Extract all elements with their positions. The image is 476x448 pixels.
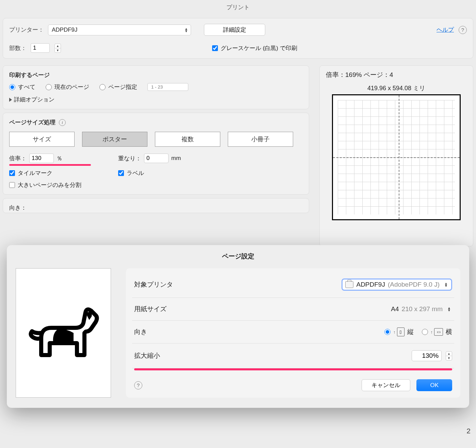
- dialog-help-icon[interactable]: ?: [134, 381, 142, 389]
- modal-scale-input[interactable]: [412, 350, 442, 361]
- orientation-label: 向き：: [9, 205, 27, 211]
- scale-unit: ％: [57, 155, 62, 162]
- paper-size-detail: 210 x 297 mm: [402, 305, 443, 313]
- ok-button[interactable]: OK: [416, 379, 452, 391]
- page-size-panel: ページサイズ処理 i サイズ ポスター 複数 小冊子 倍率： ％: [3, 113, 309, 195]
- preview-dimensions: 419.96 x 594.08 ミリ: [326, 84, 467, 92]
- modal-scale-label: 拡大縮小: [134, 351, 160, 360]
- info-icon[interactable]: i: [59, 119, 66, 126]
- tilemark-checkbox[interactable]: [9, 170, 15, 176]
- highlight-underline-2: [134, 368, 452, 370]
- range-current-option[interactable]: 現在のページ: [46, 83, 89, 91]
- scale-label: 倍率：: [9, 155, 27, 162]
- paper-size-select[interactable]: A4 210 x 297 mm ▲▼: [391, 305, 452, 313]
- grayscale-checkbox[interactable]: [212, 45, 218, 51]
- modal-scale-stepper[interactable]: ▲▼: [446, 351, 452, 361]
- help-icon[interactable]: ?: [459, 26, 467, 34]
- overlap-unit: mm: [171, 155, 181, 162]
- dialog-preview: [16, 268, 111, 398]
- more-options-toggle[interactable]: 詳細オプション: [9, 96, 303, 103]
- target-printer-detail: (AdobePDF 9.0 J): [388, 281, 440, 288]
- page-setup-dialog: ページ設定 対象プリンタ ADPDF9J (AdobePDF 9.0 J) ▲▼: [7, 245, 469, 408]
- orientation-panel: 向き：: [3, 198, 309, 213]
- printer-value: ADPDF9J: [52, 27, 78, 33]
- grayscale-checkbox-wrap[interactable]: グレースケール (白黒) で印刷: [212, 44, 297, 52]
- window-title: プリント: [0, 0, 476, 15]
- triangle-right-icon: [9, 98, 12, 102]
- tab-multiple[interactable]: 複数: [155, 132, 220, 147]
- dialog-fields: 対象プリンタ ADPDF9J (AdobePDF 9.0 J) ▲▼ 用紙サイズ…: [126, 268, 460, 398]
- orientation-label-modal: 向き: [134, 327, 147, 336]
- target-printer-select[interactable]: ADPDF9J (AdobePDF 9.0 J) ▲▼: [342, 278, 452, 291]
- target-printer-label: 対象プリンタ: [134, 280, 173, 289]
- grayscale-label: グレースケール (白黒) で印刷: [221, 44, 297, 52]
- portrait-icon: ↑▯: [393, 327, 404, 336]
- printer-icon: [345, 281, 353, 288]
- background-page-number: 2: [466, 427, 471, 435]
- chevron-updown-icon: ▲▼: [444, 282, 448, 287]
- preview-summary: 倍率：169% ページ：4: [326, 70, 467, 79]
- tab-poster[interactable]: ポスター: [82, 132, 147, 147]
- range-custom-radio[interactable]: [99, 84, 106, 90]
- preview-panel: 倍率：169% ページ：4 419.96 x 594.08 ミリ: [319, 65, 473, 246]
- range-current-radio[interactable]: [46, 84, 52, 90]
- print-range-panel: 印刷するページ すべて 現在のページ ページ指定 詳細オプション: [3, 65, 309, 109]
- orientation-portrait-option[interactable]: ↑▯ 縦: [384, 327, 414, 336]
- split-option[interactable]: 大きいページのみを分割: [9, 181, 91, 189]
- labels-checkbox[interactable]: [118, 170, 124, 176]
- scale-row: 倍率： ％: [9, 154, 91, 163]
- overlap-input[interactable]: [144, 154, 169, 163]
- orientation-landscape-radio[interactable]: [422, 329, 428, 335]
- tab-size[interactable]: サイズ: [9, 132, 75, 147]
- split-checkbox[interactable]: [9, 182, 15, 188]
- tilemark-option[interactable]: タイルマーク: [9, 169, 91, 177]
- printer-label: プリンター：: [9, 26, 44, 34]
- highlight-underline-1: [9, 164, 91, 166]
- scale-input[interactable]: [29, 154, 54, 163]
- range-all-radio[interactable]: [9, 84, 15, 90]
- fold-line-horizontal: [333, 157, 460, 158]
- overlap-row: 重なり： mm: [118, 154, 181, 163]
- printer-select[interactable]: ADPDF9J ▲▼: [48, 25, 191, 35]
- range-custom-option[interactable]: ページ指定: [99, 83, 137, 91]
- preview-thumbnail: [332, 94, 461, 220]
- cancel-button[interactable]: キャンセル: [362, 379, 410, 391]
- chevron-updown-icon: ▲▼: [185, 28, 188, 32]
- copies-stepper[interactable]: ▲▼: [54, 44, 61, 53]
- print-range-heading: 印刷するページ: [9, 71, 303, 79]
- target-printer-value: ADPDF9J: [356, 281, 385, 288]
- advanced-settings-button[interactable]: 詳細設定: [204, 24, 265, 36]
- paper-size-value: A4: [391, 305, 399, 313]
- help-link[interactable]: ヘルプ: [437, 26, 454, 34]
- orientation-portrait-radio[interactable]: [384, 329, 391, 335]
- dog-icon: [26, 299, 101, 367]
- copies-input[interactable]: [31, 43, 50, 53]
- dialog-title: ページ設定: [16, 252, 460, 261]
- labels-option[interactable]: ラベル: [118, 169, 181, 177]
- overlap-label: 重なり：: [118, 155, 141, 162]
- range-all-option[interactable]: すべて: [9, 83, 35, 91]
- paper-size-label: 用紙サイズ: [134, 305, 166, 314]
- tab-booklet[interactable]: 小冊子: [228, 132, 293, 147]
- copies-label: 部数：: [9, 44, 27, 52]
- orientation-landscape-option[interactable]: ↑▭ 横: [422, 327, 453, 336]
- printer-panel: プリンター： ADPDF9J ▲▼ 詳細設定 ヘルプ ? 部数： ▲▼ グレース…: [3, 18, 473, 59]
- page-size-heading: ページサイズ処理: [9, 118, 55, 126]
- sizing-tabs: サイズ ポスター 複数 小冊子: [9, 132, 303, 147]
- chevron-updown-icon: ▲▼: [447, 307, 451, 311]
- landscape-icon: ↑▭: [431, 328, 443, 336]
- page-range-input[interactable]: [147, 83, 188, 91]
